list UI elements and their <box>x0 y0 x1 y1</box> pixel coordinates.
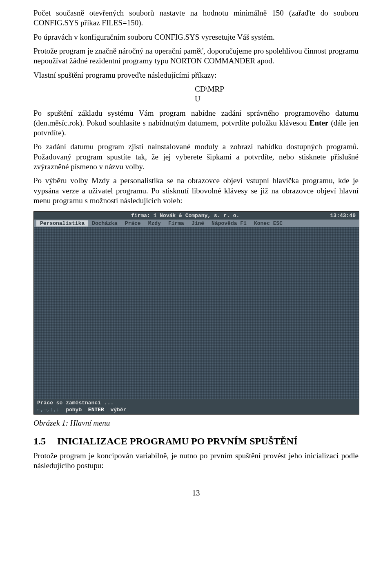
status-enter: ENTER <box>88 407 104 413</box>
command-block: CD\MRP U <box>33 84 359 104</box>
paragraph: Počet současně otevřených souborů nastav… <box>33 8 359 28</box>
paragraph: Po úpravách v konfiguračním souboru CONF… <box>33 32 359 42</box>
paragraph: Vlastní spuštění programu proveďte násle… <box>33 70 359 80</box>
dos-titlebar: . firma: 1 Novák & Company, s. r. o. 13:… <box>34 212 359 220</box>
dos-workspace <box>34 227 359 399</box>
page-number: 13 <box>33 489 359 505</box>
menu-item-dochazka[interactable]: Docházka <box>88 220 121 226</box>
section-title: INICIALIZACE PROGRAMU PO PRVNÍM SPUŠTĚNÍ <box>57 436 298 446</box>
dos-statusbar: Práce se zaměstnanci ... ←,→,↑,↓ pohyb E… <box>34 399 359 414</box>
paragraph: Protože program je koncipován variabilně… <box>33 451 359 471</box>
status-text: výběr <box>104 407 127 413</box>
figure-caption: Obrázek 1: Hlavní menu <box>33 419 359 428</box>
menu-item-konec[interactable]: Konec ESC <box>250 220 286 226</box>
status-line-1: Práce se zaměstnanci ... <box>37 400 114 406</box>
paragraph: Po spuštění základu systému Vám program … <box>33 108 359 138</box>
paragraph: Po výběru volby Mzdy a personalistika se… <box>33 176 359 206</box>
dos-title-time: 13:43:40 <box>330 213 356 219</box>
menu-item-jine[interactable]: Jiné <box>188 220 208 226</box>
status-text: pohyb <box>60 407 88 413</box>
paragraph: Protože program je značně náročný na ope… <box>33 46 359 66</box>
bold-text: Enter <box>310 119 328 127</box>
dos-menubar: Personalistika Docházka Práce Mzdy Firma… <box>34 220 359 227</box>
command-line: CD\MRP <box>195 84 359 94</box>
dos-screenshot: . firma: 1 Novák & Company, s. r. o. 13:… <box>33 211 359 415</box>
menu-item-prace[interactable]: Práce <box>121 220 145 226</box>
menu-item-firma[interactable]: Firma <box>165 220 188 226</box>
command-line: U <box>195 94 359 104</box>
status-arrows: ←,→,↑,↓ <box>37 407 60 413</box>
section-heading: 1.5INICIALIZACE PROGRAMU PO PRVNÍM SPUŠT… <box>33 436 359 447</box>
section-number: 1.5 <box>33 436 57 447</box>
menu-item-personalistika[interactable]: Personalistika <box>36 220 88 226</box>
paragraph: Po zadání datumu program zjistí nainstal… <box>33 142 359 172</box>
menu-item-mzdy[interactable]: Mzdy <box>145 220 165 226</box>
dos-title-center: firma: 1 Novák & Company, s. r. o. <box>131 213 239 219</box>
menu-item-napoveda[interactable]: Nápověda F1 <box>208 220 250 226</box>
